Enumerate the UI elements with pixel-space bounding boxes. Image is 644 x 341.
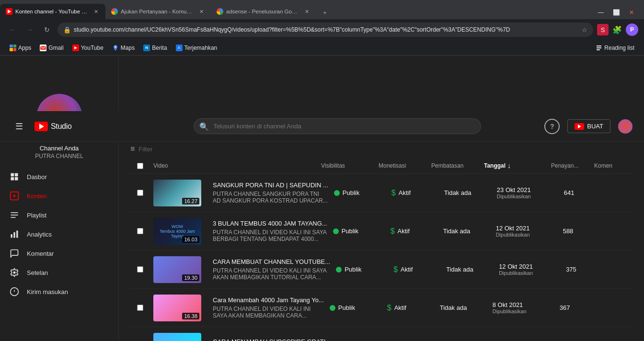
svg-rect-15 (13, 232, 15, 238)
bookmark-gmail-label: Gmail (48, 45, 63, 51)
row3-title[interactable]: CARA MEMBUAT CHANNEL YOUTUBE... (213, 258, 330, 265)
row2-title[interactable]: 3 BULAN TEMBUS 4000 JAM TAYANG... (213, 220, 327, 227)
filter-bar: ≡ Filter (130, 140, 632, 158)
star-icon[interactable]: ☆ (582, 26, 587, 34)
profile-button[interactable]: P (626, 23, 638, 36)
sidebar-item-komentar[interactable]: Komentar (0, 244, 118, 263)
row2-restriction: Tidak ada (443, 227, 496, 235)
bookmark-berita-label: Berita (152, 45, 167, 51)
content-wrapper: Upload Live Postingan ≡ Filter (119, 117, 644, 341)
extensions-button[interactable]: S (597, 24, 609, 35)
svg-rect-5 (11, 173, 14, 177)
row5-video-col: CARA MENAMBAH SUBSCRIBE GRATI... PUTRA C… (150, 333, 336, 341)
row2-checkbox[interactable] (137, 228, 143, 234)
bookmark-gmail[interactable]: Gmail (36, 43, 67, 53)
news-favicon: N (143, 45, 150, 51)
row4-checkbox[interactable] (137, 305, 143, 311)
create-button[interactable]: BUAT (567, 119, 610, 133)
translate-favicon: A (176, 45, 183, 51)
minimize-button[interactable]: — (594, 6, 608, 19)
select-all-checkbox[interactable] (137, 163, 143, 169)
row3-date-sub: Dipublikasikan (499, 270, 533, 276)
nav-bar: ← → ↻ 🔒 studio.youtube.com/channel/UC26k… (0, 19, 644, 40)
row3-checkbox[interactable] (137, 266, 143, 273)
search-input[interactable] (194, 118, 481, 134)
tab-1-title: Konten channel - YouTube Studi... (15, 9, 89, 14)
back-button[interactable]: ← (6, 23, 19, 36)
row3-video-col: 19.30 CARA MEMBUAT CHANNEL YOUTUBE... PU… (150, 256, 336, 283)
nav-items: Dasbor Konten Playlist (0, 167, 118, 337)
svg-rect-4 (597, 49, 600, 50)
row2-checkbox-col (130, 228, 150, 234)
visibility-dot-icon (330, 305, 335, 311)
visibility-dot-icon (333, 228, 339, 234)
row5-title[interactable]: CARA MENAMBAH SUBSCRIBE GRATI... (213, 338, 331, 341)
sidebar-item-kirim-masukan[interactable]: Kirim masukan (0, 282, 118, 301)
bookmarks-bar: Apps Gmail YouTube Maps N Berita (0, 40, 644, 56)
maximize-button[interactable]: ⬜ (610, 6, 623, 19)
address-bar[interactable]: 🔒 studio.youtube.com/channel/UC26khVSn56… (58, 23, 593, 37)
kirim-masukan-icon (10, 287, 19, 296)
sidebar-item-dasbor[interactable]: Dasbor (0, 167, 118, 186)
menu-button[interactable]: ☰ (12, 119, 27, 134)
sidebar-item-playlist[interactable]: Playlist (0, 205, 118, 225)
analytics-icon (10, 229, 19, 239)
filter-icon: ≡ (130, 145, 135, 153)
header-monetization: Monetisasi (379, 162, 431, 169)
table-row: 16.27 SANGKUR PORA TNI AD | SAEPUDIN ...… (130, 174, 632, 212)
sidebar-item-analytics[interactable]: Analytics (0, 225, 118, 244)
tab-3-close[interactable]: ✕ (303, 8, 310, 15)
row4-title[interactable]: Cara Menambah 4000 Jam Tayang Yo... (213, 296, 324, 304)
table-row: 16.38 Cara Menambah 4000 Jam Tayang Yo..… (130, 289, 632, 327)
bookmark-apps[interactable]: Apps (6, 43, 35, 53)
row4-visibility-badge: Publik (330, 304, 387, 311)
puzzle-icon[interactable]: 🧩 (610, 23, 624, 36)
row2-description: PUTRA CHANNEL DI VIDEO KALI INI SAYA BER… (213, 229, 327, 242)
svg-point-1 (115, 46, 116, 47)
bookmark-maps[interactable]: Maps (108, 43, 138, 53)
row4-description: PUTRA CHANNEL DI VIDEO KALI INI SAYA AKA… (213, 306, 324, 319)
bookmark-terjemahkan[interactable]: A Terjemahkan (172, 43, 221, 53)
app-layout: ☰ Studio 🔍 ? BUAT (0, 56, 644, 341)
reading-list-button[interactable]: Reading list (592, 43, 638, 53)
header-date[interactable]: Tanggal ↓ (484, 162, 551, 170)
close-window-button[interactable]: ✕ (625, 6, 638, 19)
bookmark-berita[interactable]: N Berita (139, 43, 171, 53)
row2-visibility-text: Publik (342, 227, 358, 235)
sidebar-item-konten[interactable]: Konten (0, 186, 118, 205)
header-visibility: Visibilitas (321, 162, 379, 169)
tab-2-close[interactable]: ✕ (197, 8, 205, 15)
row3-visibility-badge: Publik (336, 266, 393, 273)
row1-views-count: 641 (564, 189, 575, 196)
bookmark-youtube[interactable]: YouTube (69, 43, 107, 53)
tab-1-close[interactable]: ✕ (92, 8, 100, 15)
dasbor-label: Dasbor (27, 173, 47, 181)
studio-logo-text: Studio (51, 122, 72, 131)
playlist-icon (10, 210, 19, 220)
svg-rect-2 (597, 45, 601, 46)
search-icon: 🔍 (199, 122, 209, 131)
row4-duration: 16.38 (182, 313, 199, 319)
help-button[interactable]: ? (544, 119, 560, 134)
sort-arrow-icon: ↓ (507, 162, 511, 170)
row4-info: Cara Menambah 4000 Jam Tayang Yo... PUTR… (207, 296, 330, 319)
forward-button[interactable]: → (23, 23, 36, 36)
row2-monetization: $ Aktif (391, 227, 443, 236)
sidebar-item-setelan[interactable]: Setelan (0, 263, 118, 282)
row1-title[interactable]: SANGKUR PORA TNI AD | SAEPUDIN ... (213, 182, 328, 189)
tab-2[interactable]: Ajukan Pertanyaan - Komunitas ... ✕ (105, 4, 211, 19)
gmail-favicon (40, 45, 46, 51)
row1-checkbox[interactable] (137, 190, 143, 196)
tab-3[interactable]: adsense - Penelusuran Google ✕ (211, 4, 316, 19)
row4-monetization-badge: $ Aktif (387, 304, 440, 312)
visibility-dot-icon (336, 267, 342, 273)
monetization-dollar-icon: $ (391, 189, 396, 197)
row3-views: 375 (566, 266, 609, 273)
tab-1[interactable]: Konten channel - YouTube Studi... ✕ (0, 4, 105, 19)
table-row: WOWTembus 4000 Jam Taying 16.03 3 BULAN … (130, 212, 632, 250)
reading-list-label: Reading list (604, 45, 634, 51)
reload-button[interactable]: ↻ (40, 23, 54, 36)
user-avatar[interactable] (618, 119, 632, 134)
row1-monetization-text: Aktif (399, 189, 411, 196)
new-tab-button[interactable]: + (318, 6, 332, 19)
